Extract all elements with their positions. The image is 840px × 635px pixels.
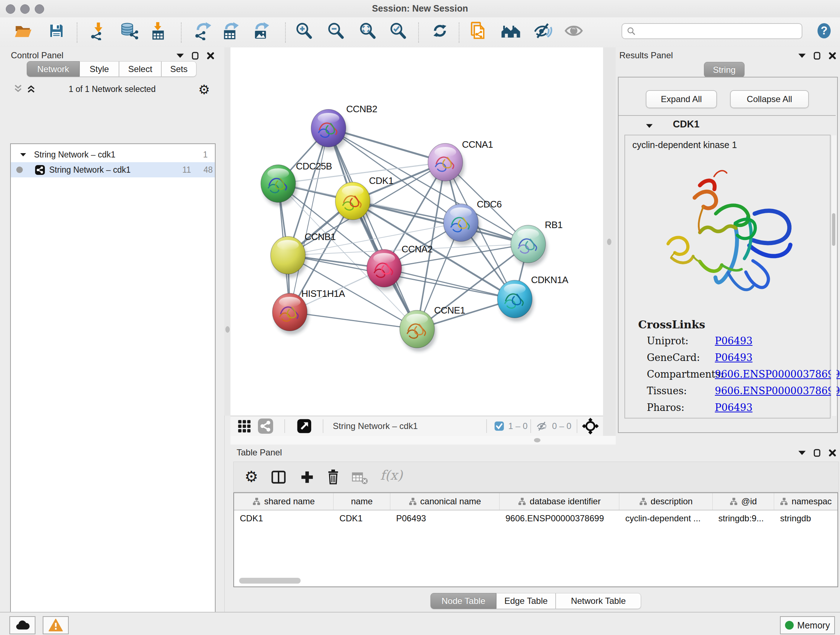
- first-neighbors-button[interactable]: [501, 21, 521, 41]
- splitter-handle[interactable]: [534, 438, 540, 442]
- column-header-name[interactable]: name: [333, 493, 390, 510]
- network-node-HIST1H1A[interactable]: HIST1H1A: [272, 288, 345, 334]
- separator: [323, 419, 324, 433]
- export-image-button[interactable]: [250, 21, 271, 41]
- network-view-share-button[interactable]: [258, 418, 273, 435]
- tab-edge-table[interactable]: Edge Table: [496, 593, 556, 609]
- export-network-button[interactable]: [193, 21, 213, 41]
- birds-eye-toggle-button[interactable]: [297, 418, 312, 435]
- column-header-id[interactable]: @id: [713, 493, 775, 510]
- network-graph[interactable]: CCNB2CCNA1CDC25BCDK1CDC6RB1CCNB1CCNA2CDK…: [231, 48, 603, 416]
- results-scrollbar[interactable]: [831, 135, 836, 416]
- tree-expand-icon[interactable]: [20, 153, 26, 157]
- panel-close-icon[interactable]: [207, 52, 214, 59]
- function-builder-icon[interactable]: f(x): [380, 468, 403, 483]
- network-node-CCNA1[interactable]: CCNA1: [428, 139, 493, 185]
- tab-string[interactable]: String: [704, 62, 745, 78]
- table-row[interactable]: CDK1 CDK1 P06493 9606.ENSP00000378699 cy…: [234, 510, 837, 526]
- crosslink-genecard-link[interactable]: P06493: [715, 352, 752, 363]
- tab-network[interactable]: Network: [27, 61, 80, 77]
- help-button[interactable]: ?: [814, 21, 834, 41]
- memory-button[interactable]: Memory: [780, 616, 835, 634]
- protein-name: CDK1: [673, 119, 699, 130]
- grid-mode-button[interactable]: [237, 419, 251, 435]
- zoom-out-button[interactable]: [325, 21, 346, 41]
- export-table-icon: [221, 21, 240, 40]
- network-options-gear-icon[interactable]: ⚙: [198, 82, 210, 97]
- section-collapse-icon[interactable]: [646, 124, 653, 128]
- panel-float-icon[interactable]: [177, 54, 184, 58]
- collapse-all-button[interactable]: Collapse All: [730, 90, 809, 108]
- tab-network-table[interactable]: Network Table: [556, 593, 641, 609]
- panel-float-icon[interactable]: [798, 451, 806, 455]
- zoom-in-button[interactable]: [294, 21, 314, 41]
- fit-selection-button[interactable]: [582, 418, 599, 436]
- zoom-selected-button[interactable]: [388, 21, 408, 41]
- table-settings-gear-icon[interactable]: ⚙: [245, 468, 258, 486]
- network-edge-CDK1-RB1[interactable]: [353, 201, 528, 244]
- network-node-CDKN1A[interactable]: CDKN1A: [497, 274, 569, 321]
- network-node-CDC6[interactable]: CDC6: [444, 199, 502, 245]
- expand-all-button[interactable]: Expand All: [646, 90, 717, 108]
- search-input[interactable]: [636, 26, 793, 36]
- import-network-button[interactable]: [88, 21, 109, 41]
- network-canvas[interactable]: CCNB2CCNA1CDC25BCDK1CDC6RB1CCNB1CCNA2CDK…: [231, 48, 603, 416]
- panel-close-icon[interactable]: [829, 52, 836, 59]
- tab-sets[interactable]: Sets: [161, 61, 196, 77]
- network-node-RB1[interactable]: RB1: [511, 219, 562, 266]
- import-network-from-database-button[interactable]: [118, 21, 139, 41]
- tab-select[interactable]: Select: [119, 61, 161, 77]
- column-header-database-identifier[interactable]: database identifier: [500, 493, 619, 510]
- warnings-button[interactable]: [43, 616, 69, 634]
- left-splitter[interactable]: [224, 48, 231, 416]
- tab-style[interactable]: Style: [80, 61, 119, 77]
- network-tree-child-row[interactable]: String Network – cdk1 11 48: [11, 162, 215, 177]
- new-network-from-selection-button[interactable]: [468, 21, 488, 41]
- panel-maximize-icon[interactable]: [813, 52, 821, 60]
- cloud-status-button[interactable]: [9, 616, 35, 634]
- splitter-handle[interactable]: [225, 326, 230, 333]
- network-node-CCNE1[interactable]: CCNE1: [400, 305, 465, 352]
- selected-checkbox[interactable]: [494, 421, 504, 432]
- column-header-description[interactable]: description: [619, 493, 712, 510]
- save-session-button[interactable]: [46, 21, 66, 41]
- crosslink-tissues-link[interactable]: 9606.ENSP00000378699: [715, 385, 840, 396]
- hide-selected-button[interactable]: [532, 21, 553, 41]
- delete-column-trash-icon[interactable]: [326, 469, 340, 485]
- add-column-icon[interactable]: [300, 470, 315, 485]
- column-header-namespace[interactable]: namespac: [774, 493, 837, 510]
- show-columns-icon[interactable]: [271, 469, 286, 485]
- crosslink-pharos-link[interactable]: P06493: [715, 402, 752, 413]
- network-edge-CCNB2-HIST1H1A[interactable]: [290, 128, 328, 312]
- tab-node-table[interactable]: Node Table: [431, 593, 496, 609]
- panel-float-icon[interactable]: [798, 54, 806, 58]
- column-header-shared-name[interactable]: shared name: [234, 493, 333, 510]
- table-horizontal-scrollbar[interactable]: [239, 578, 301, 584]
- panel-maximize-icon[interactable]: [813, 449, 821, 457]
- houses-icon: [501, 21, 521, 41]
- network-share-icon: [35, 165, 45, 175]
- open-session-button[interactable]: [13, 21, 33, 41]
- network-edge-CCNA2-CDKN1A[interactable]: [384, 268, 515, 299]
- column-header-canonical-name[interactable]: canonical name: [390, 493, 500, 510]
- zoom-fit-button[interactable]: [357, 21, 378, 41]
- expand-all-networks-button[interactable]: [26, 84, 36, 95]
- crosslink-uniprot-link[interactable]: P06493: [715, 335, 752, 347]
- network-node-CDC25B[interactable]: CDC25B: [261, 161, 332, 206]
- panel-maximize-icon[interactable]: [192, 52, 199, 60]
- network-node-CDK1[interactable]: CDK1: [335, 175, 393, 223]
- show-all-button[interactable]: [564, 21, 584, 41]
- network-node-CCNB1[interactable]: CCNB1: [271, 231, 336, 278]
- delete-table-icon[interactable]: [352, 471, 368, 485]
- network-node-CCNB2[interactable]: CCNB2: [311, 103, 377, 150]
- export-table-button[interactable]: [220, 21, 240, 41]
- import-table-button[interactable]: [148, 21, 168, 41]
- panel-close-icon[interactable]: [829, 449, 836, 456]
- right-splitter[interactable]: [603, 48, 616, 445]
- network-tree-root-row[interactable]: String Network – cdk1 1: [11, 147, 215, 162]
- splitter-handle[interactable]: [607, 239, 611, 245]
- crosslink-compartments-link[interactable]: 9606.ENSP00000378699: [715, 369, 840, 380]
- scrollbar-thumb[interactable]: [832, 213, 835, 246]
- collapse-all-networks-button[interactable]: [13, 84, 23, 95]
- apply-layout-button[interactable]: [430, 21, 450, 41]
